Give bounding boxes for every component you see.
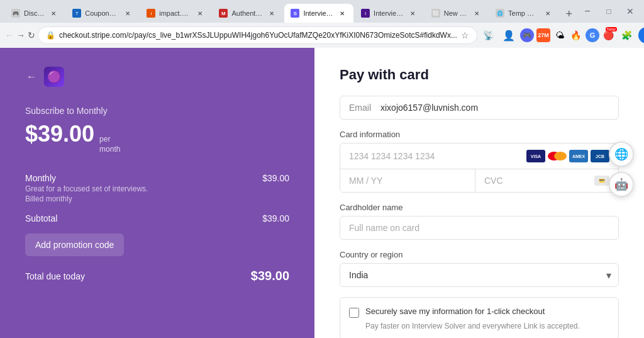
tab-stripe[interactable]: S Interview... ✕ bbox=[284, 4, 353, 23]
country-label: Country or region bbox=[340, 250, 619, 259]
tab-interview2[interactable]: I Interview... ✕ bbox=[355, 4, 424, 23]
tab-close-impact[interactable]: ✕ bbox=[195, 8, 205, 18]
star-icon[interactable]: ☆ bbox=[461, 30, 469, 40]
brand-logo: 🟣 bbox=[44, 67, 64, 87]
email-label: Email bbox=[349, 103, 374, 113]
line-item-label: Monthly bbox=[25, 173, 148, 183]
tab-coupons[interactable]: T Coupons f... ✕ bbox=[66, 4, 139, 23]
tab-gmail[interactable]: M Authentic... ✕ bbox=[213, 4, 283, 23]
card-number-row: VISA AMEX JCB bbox=[340, 144, 618, 169]
nav-actions: 📡 👤 🎮 27M 🌤 🔥 G 🔴New 🧩 b ⋮ bbox=[480, 26, 644, 44]
url-text: checkout.stripe.com/c/pay/cs_live_b1wrXS… bbox=[59, 31, 457, 40]
address-bar[interactable]: 🔒 checkout.stripe.com/c/pay/cs_live_b1wr… bbox=[38, 26, 477, 44]
tab-newtab[interactable]: ⬜ New Tab ✕ bbox=[425, 4, 488, 23]
subtotal-label: Subtotal bbox=[25, 213, 57, 223]
ext-new-badge[interactable]: 🔴New bbox=[602, 28, 616, 42]
page-content: ← 🟣 Subscribe to Monthly $39.00 per mont… bbox=[0, 48, 644, 338]
tab-close-stripe[interactable]: ✕ bbox=[337, 8, 347, 18]
cardholder-input[interactable] bbox=[340, 216, 619, 240]
total-row: Total due today $39.00 bbox=[25, 269, 289, 283]
bot-float-icon[interactable]: 🤖 bbox=[609, 172, 634, 197]
total-amount: $39.00 bbox=[251, 269, 289, 283]
tab-discord[interactable]: 🎮 Discord ✕ bbox=[5, 4, 65, 23]
discord-ext[interactable]: 🎮 bbox=[520, 28, 534, 42]
price-amount: $39.00 bbox=[25, 121, 94, 147]
back-arrow-icon[interactable]: ← bbox=[25, 70, 38, 83]
email-value: xixojo6157@luvnish.com bbox=[380, 103, 609, 113]
jcb-icon: JCB bbox=[591, 150, 609, 162]
forward-button[interactable]: → bbox=[16, 26, 25, 44]
subtotal-amount: $39.00 bbox=[262, 213, 289, 223]
cardholder-label: Cardholder name bbox=[340, 203, 619, 212]
maximize-button[interactable]: □ bbox=[600, 3, 618, 20]
save-info-title: Securely save my information for 1-click… bbox=[365, 307, 545, 316]
browser-chrome: 🎮 Discord ✕ T Coupons f... ✕ i impact.co… bbox=[0, 0, 644, 48]
ext-google[interactable]: G bbox=[586, 28, 599, 42]
tab-close-coupons[interactable]: ✕ bbox=[123, 8, 133, 18]
price-period: per month bbox=[99, 135, 120, 154]
account-circle[interactable]: 👤 bbox=[500, 26, 518, 44]
ext-fire[interactable]: 🔥 bbox=[569, 28, 583, 42]
subscribe-label: Subscribe to Monthly bbox=[25, 106, 289, 116]
country-field: Country or region India United States Un… bbox=[340, 250, 619, 287]
price-row: $39.00 per month bbox=[25, 121, 289, 154]
reload-button[interactable]: ↻ bbox=[28, 26, 35, 44]
save-info-checkbox[interactable] bbox=[349, 308, 359, 318]
tab-close-gmail[interactable]: ✕ bbox=[267, 8, 277, 18]
add-promo-button[interactable]: Add promotion code bbox=[25, 234, 124, 256]
line-item-monthly: Monthly Great for a focused set of inter… bbox=[25, 173, 289, 203]
tab-favicon-newtab: ⬜ bbox=[431, 9, 440, 18]
tab-close-discord[interactable]: ✕ bbox=[48, 8, 58, 18]
line-item-amount: $39.00 bbox=[262, 173, 289, 183]
translate-float-icon[interactable]: 🌐 bbox=[609, 142, 634, 167]
amex-icon: AMEX bbox=[569, 150, 588, 162]
tab-favicon-gmail: M bbox=[219, 9, 228, 18]
back-arrow-row: ← 🟣 bbox=[25, 67, 289, 87]
back-button[interactable]: ← bbox=[5, 26, 14, 44]
tab-favicon-stripe: S bbox=[291, 9, 299, 18]
tab-favicon-discord: 🎮 bbox=[11, 9, 20, 18]
extensions-icon[interactable]: 🧩 bbox=[618, 26, 636, 44]
visa-icon: VISA bbox=[526, 150, 545, 162]
total-label: Total due today bbox=[25, 271, 85, 281]
card-info-label: Card information bbox=[340, 130, 619, 139]
country-select[interactable]: India United States United Kingdom Canad… bbox=[340, 263, 619, 287]
close-window-button[interactable]: ✕ bbox=[621, 3, 639, 20]
card-cvc-input[interactable] bbox=[484, 176, 594, 186]
card-info-group: VISA AMEX JCB 💳 bbox=[340, 143, 619, 193]
navigation-bar: ← → ↻ 🔒 checkout.stripe.com/c/pay/cs_liv… bbox=[0, 23, 644, 48]
tab-close-interview2[interactable]: ✕ bbox=[408, 8, 418, 18]
mastercard-icon bbox=[548, 150, 567, 162]
floating-icons: 🌐 🤖 bbox=[609, 142, 634, 197]
card-info-field: Card information VISA AMEX JCB bbox=[340, 130, 619, 193]
card-expiry-input[interactable] bbox=[340, 169, 475, 192]
line-item-sub2: Billed monthly bbox=[25, 194, 148, 203]
tab-favicon-interview2: I bbox=[361, 9, 370, 18]
cast-icon[interactable]: 📡 bbox=[480, 26, 497, 44]
ext-27m[interactable]: 27M bbox=[536, 28, 550, 42]
card-expiry-row: 💳 bbox=[340, 169, 618, 192]
profile-button[interactable]: b bbox=[638, 27, 644, 43]
cardholder-field: Cardholder name bbox=[340, 203, 619, 240]
right-panel: Pay with card Email xixojo6157@luvnish.c… bbox=[314, 48, 644, 338]
card-icons: VISA AMEX JCB bbox=[526, 150, 609, 162]
tab-impact[interactable]: i impact.co... ✕ bbox=[140, 4, 211, 23]
left-panel: ← 🟣 Subscribe to Monthly $39.00 per mont… bbox=[0, 48, 314, 338]
ext-weather[interactable]: 🌤 bbox=[553, 28, 567, 42]
subtotal-row: Subtotal $39.00 bbox=[25, 213, 289, 223]
card-number-input[interactable] bbox=[349, 151, 526, 161]
line-item-sub1: Great for a focused set of interviews. bbox=[25, 184, 148, 193]
new-tab-button[interactable]: + bbox=[560, 5, 577, 23]
save-info-desc: Pay faster on Interview Solver and every… bbox=[349, 322, 609, 330]
tab-close-tempmail[interactable]: ✕ bbox=[543, 8, 553, 18]
tab-favicon-coupons: T bbox=[72, 9, 81, 18]
tab-close-newtab[interactable]: ✕ bbox=[472, 8, 482, 18]
pay-title: Pay with card bbox=[340, 67, 619, 83]
save-info-header: Securely save my information for 1-click… bbox=[349, 307, 609, 318]
country-select-wrapper: India United States United Kingdom Canad… bbox=[340, 263, 619, 287]
email-row: Email xixojo6157@luvnish.com bbox=[340, 96, 619, 120]
tab-tempmail[interactable]: 🌐 Temp Ma... ✕ bbox=[489, 4, 559, 23]
tab-favicon-tempmail: 🌐 bbox=[496, 9, 504, 18]
minimize-button[interactable]: − bbox=[579, 3, 596, 20]
save-info-box: Securely save my information for 1-click… bbox=[340, 297, 619, 338]
